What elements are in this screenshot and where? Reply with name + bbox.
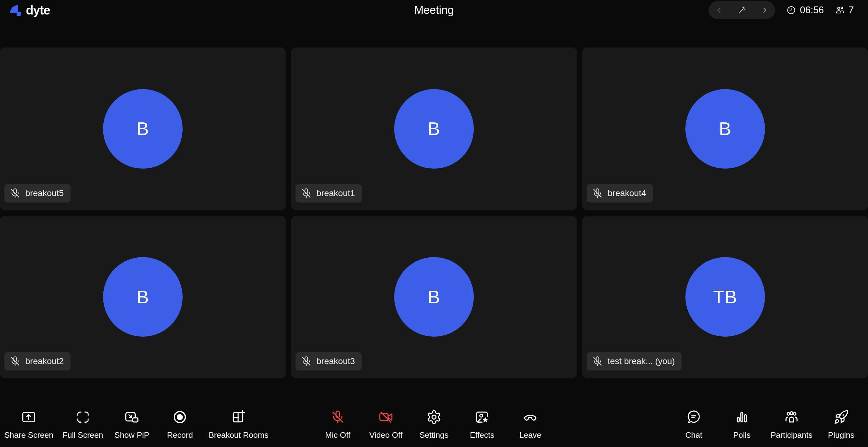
participant-tile[interactable]: B breakout1 xyxy=(291,47,577,210)
participants-icon xyxy=(784,409,799,425)
rocket-icon xyxy=(833,409,849,425)
mic-off-icon xyxy=(592,355,603,367)
participant-name-pill: breakout5 xyxy=(4,184,71,202)
chat-button[interactable]: Chat xyxy=(671,409,717,447)
participant-name: breakout1 xyxy=(316,188,355,198)
avatar: B xyxy=(394,89,474,169)
leave-button[interactable]: Leave xyxy=(507,409,553,447)
avatar-initials: B xyxy=(136,286,149,308)
participant-name: breakout3 xyxy=(316,356,355,366)
control-label: Show PiP xyxy=(115,431,149,439)
avatar-initials: B xyxy=(428,118,440,139)
header: dyte Meeting xyxy=(0,0,868,20)
logo-text: dyte xyxy=(26,3,50,17)
show-pip-button[interactable]: Show PiP xyxy=(108,409,155,447)
meeting-app: dyte Meeting xyxy=(0,0,868,447)
participant-name-pill: breakout2 xyxy=(4,352,71,371)
participant-counter: 7 xyxy=(835,5,854,16)
control-group-center: Mic Off Video Off Settings xyxy=(315,409,553,447)
control-label: Mic Off xyxy=(325,431,350,439)
avatar-initials: B xyxy=(428,286,440,308)
participant-tile[interactable]: B breakout5 xyxy=(0,47,286,210)
participant-name: breakout4 xyxy=(608,188,646,198)
share-screen-icon xyxy=(21,409,36,425)
control-group-left: Share Screen Full Screen Show PiP xyxy=(1,409,272,447)
participant-name-pill: breakout1 xyxy=(296,184,362,202)
participant-name-pill: breakout4 xyxy=(587,184,653,202)
participant-tile[interactable]: B breakout4 xyxy=(582,47,868,210)
mic-off-icon xyxy=(301,187,312,199)
participant-name: breakout2 xyxy=(25,356,64,366)
mic-off-icon xyxy=(9,355,21,367)
control-label: Chat xyxy=(685,431,702,439)
control-bar: Share Screen Full Screen Show PiP xyxy=(0,401,868,447)
chat-icon xyxy=(686,409,702,425)
header-right: 06:56 7 xyxy=(709,1,854,19)
timer-value: 06:56 xyxy=(800,5,824,16)
gear-icon xyxy=(426,409,442,425)
avatar: B xyxy=(685,89,765,169)
participant-grid: B breakout5 B breakout1 B breakout4 B xyxy=(0,47,868,378)
avatar: TB xyxy=(685,257,765,337)
participant-tile-self[interactable]: TB test break... (you) xyxy=(582,216,868,379)
effects-button[interactable]: Effects xyxy=(459,409,505,447)
control-label: Breakout Rooms xyxy=(209,431,268,439)
participant-name-pill: test break... (you) xyxy=(587,352,682,371)
participant-name: breakout5 xyxy=(25,188,64,198)
chevron-right-icon[interactable] xyxy=(761,6,769,14)
dyte-logo: dyte xyxy=(8,3,50,17)
avatar: B xyxy=(394,257,474,337)
magic-wand-icon[interactable] xyxy=(738,6,746,14)
participant-tile[interactable]: B breakout2 xyxy=(0,216,286,379)
mic-off-icon xyxy=(330,409,345,425)
participant-name-pill: breakout3 xyxy=(296,352,362,371)
full-screen-button[interactable]: Full Screen xyxy=(59,409,107,447)
control-label: Full Screen xyxy=(63,431,103,439)
participants-count-icon xyxy=(835,5,845,15)
avatar: B xyxy=(103,89,183,169)
video-off-icon xyxy=(378,409,394,425)
video-off-button[interactable]: Video Off xyxy=(363,409,409,447)
share-screen-button[interactable]: Share Screen xyxy=(1,409,57,447)
control-label: Plugins xyxy=(828,431,854,439)
record-icon xyxy=(172,409,188,425)
participants-button[interactable]: Participants xyxy=(767,409,816,447)
control-group-right: Chat Polls Participants xyxy=(671,409,864,447)
full-screen-icon xyxy=(75,409,91,425)
mic-off-icon xyxy=(301,355,312,367)
avatar-initials: B xyxy=(719,118,731,139)
picture-in-picture-icon xyxy=(124,409,140,425)
dyte-logo-icon xyxy=(8,3,22,17)
mic-off-button[interactable]: Mic Off xyxy=(315,409,361,447)
participant-tile[interactable]: B breakout3 xyxy=(291,216,577,379)
control-label: Leave xyxy=(520,431,541,439)
control-label: Settings xyxy=(420,431,448,439)
control-label: Video Off xyxy=(369,431,402,439)
control-label: Record xyxy=(167,431,193,439)
chevron-left-icon[interactable] xyxy=(715,6,723,14)
leave-call-icon xyxy=(523,409,538,425)
participant-count: 7 xyxy=(848,5,854,16)
control-label: Polls xyxy=(733,431,750,439)
breakout-rooms-icon xyxy=(231,409,246,425)
grid-pagination-pill xyxy=(709,1,775,19)
plugins-button[interactable]: Plugins xyxy=(818,409,864,447)
clock-icon xyxy=(786,5,796,15)
control-label: Effects xyxy=(470,431,494,439)
avatar: B xyxy=(103,257,183,337)
avatar-initials: B xyxy=(136,118,149,139)
avatar-initials: TB xyxy=(713,286,738,308)
mic-off-icon xyxy=(592,187,603,199)
participant-name: test break... (you) xyxy=(608,356,675,366)
effects-icon xyxy=(474,409,490,425)
meeting-timer: 06:56 xyxy=(786,5,824,16)
record-button[interactable]: Record xyxy=(157,409,203,447)
mic-off-icon xyxy=(9,187,21,199)
control-label: Share Screen xyxy=(4,431,53,439)
breakout-rooms-button[interactable]: Breakout Rooms xyxy=(205,409,272,447)
polls-icon xyxy=(734,409,749,425)
settings-button[interactable]: Settings xyxy=(411,409,457,447)
control-label: Participants xyxy=(771,431,812,439)
polls-button[interactable]: Polls xyxy=(719,409,765,447)
